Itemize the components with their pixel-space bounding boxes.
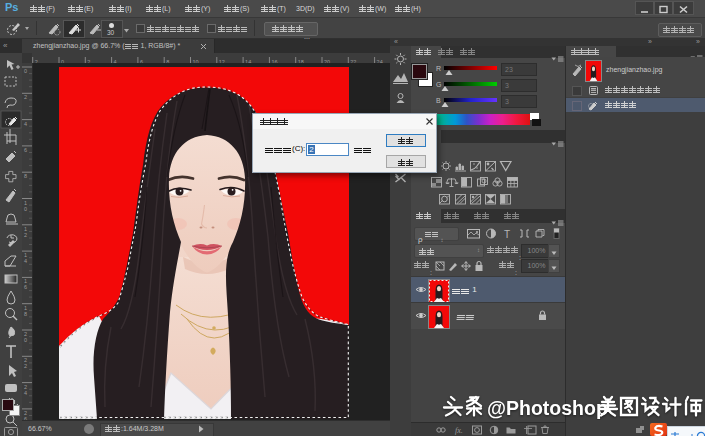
svg-text:0: 0 bbox=[24, 206, 27, 212]
svg-text:@Photoshop: @Photoshop bbox=[487, 397, 608, 419]
svg-text:2: 2 bbox=[24, 94, 27, 100]
svg-text:2: 2 bbox=[24, 363, 27, 369]
svg-text:0: 0 bbox=[24, 68, 27, 74]
svg-text:0: 0 bbox=[24, 337, 27, 343]
svg-text:6: 6 bbox=[24, 284, 27, 290]
svg-text:4: 4 bbox=[24, 121, 27, 127]
svg-text:8: 8 bbox=[24, 311, 27, 317]
svg-text:T: T bbox=[504, 229, 510, 240]
svg-text:4: 4 bbox=[24, 258, 27, 264]
svg-text:8: 8 bbox=[24, 173, 27, 179]
svg-text:4: 4 bbox=[24, 390, 27, 396]
svg-text:2: 2 bbox=[24, 232, 27, 238]
svg-text:6: 6 bbox=[24, 147, 27, 153]
svg-text:fx.: fx. bbox=[455, 426, 463, 435]
